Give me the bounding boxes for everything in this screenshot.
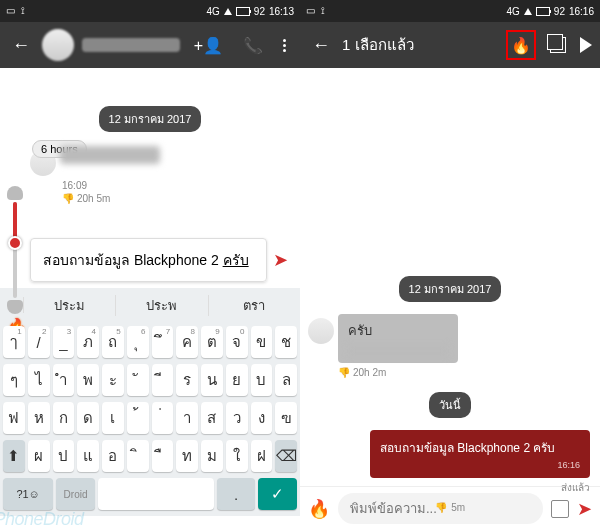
key-ุ[interactable]: ุ6 [127,326,149,358]
period-key[interactable]: . [217,478,256,510]
date-chip: 12 มกราคม 2017 [399,276,502,302]
key-ว[interactable]: ว [226,402,248,434]
contact-name-redacted [82,38,180,52]
key-ื[interactable]: ื [152,440,174,472]
key-ถ[interactable]: ถ5 [102,326,124,358]
battery-pct: 92 [554,6,565,17]
screenshot-icon: ▭ [306,5,315,17]
battery-pct: 92 [254,6,265,17]
symbols-key[interactable]: ?1☺ [3,478,53,510]
signal-icon [524,8,532,15]
key-_[interactable]: _3 [53,326,75,358]
copy-button[interactable] [544,37,572,53]
key-ำ[interactable]: ำ [53,364,75,396]
key-บ[interactable]: บ [251,364,273,396]
sender-avatar [308,318,334,344]
overflow-menu-icon[interactable] [277,35,292,56]
watermark: iPhoneDroid [0,509,84,530]
incoming-message-redacted[interactable] [60,146,160,164]
key-/[interactable]: /2 [28,326,50,358]
outgoing-message-selected[interactable]: สอบถามข้อมูล Blackphone 2 ครับ 16:16 [370,430,590,478]
call-icon[interactable]: 📞 [237,32,269,59]
status-icon: ⟟ [321,5,325,17]
key-ฃ[interactable]: ฃ [275,402,297,434]
clock: 16:13 [269,6,294,17]
flame-icon: 🔥 [511,36,531,55]
status-icon: ⟟ [21,5,25,17]
net-label: 4G [207,6,220,17]
status-bar: ▭ ⟟ 4G 92 16:13 [0,0,300,22]
key-ี[interactable]: ี [152,364,174,396]
add-contact-icon[interactable]: +👤 [188,32,229,59]
key-พ[interactable]: พ [77,364,99,396]
key-ฝ[interactable]: ฝ [251,440,273,472]
key-ก[interactable]: ก [53,402,75,434]
suggestion-2[interactable]: ประพ [116,295,208,316]
selection-header: ← 1 เลือกแล้ว 🔥 [300,22,600,68]
key-ิ[interactable]: ิ [127,440,149,472]
key-ไ[interactable]: ไ [28,364,50,396]
suggestion-3[interactable]: ตรา [209,295,300,316]
key-ใ[interactable]: ใ [226,440,248,472]
space-key[interactable] [98,478,214,510]
key-ช[interactable]: ช [275,326,297,358]
key-ร[interactable]: ร [176,364,198,396]
burn-countdown: 20h 2m [353,367,386,378]
key-ๆ[interactable]: ๆ [3,364,25,396]
today-chip: วันนี้ [429,392,471,418]
back-icon[interactable]: ← [308,31,334,60]
net-label: 4G [507,6,520,17]
back-icon[interactable]: ← [8,31,34,60]
key-ข[interactable]: ข [251,326,273,358]
thumb-icon: 👎 [435,502,447,513]
key-ด[interactable]: ด [77,402,99,434]
key-ๅ[interactable]: ๅ1 [3,326,25,358]
key-า[interactable]: า [176,402,198,434]
forward-button[interactable] [580,37,592,53]
key-ภ[interactable]: ภ4 [77,326,99,358]
key-ฟ[interactable]: ฟ [3,402,25,434]
key-ค[interactable]: ค8 [176,326,198,358]
clock: 16:16 [569,6,594,17]
key-ท[interactable]: ท [176,440,198,472]
compose-input[interactable]: สอบถามข้อมูล Blackphone 2 ครับ [30,238,267,282]
key-ส[interactable]: ส [201,402,223,434]
battery-icon [236,7,250,16]
backspace-key[interactable]: ⌫ [275,440,297,472]
thumb-icon: 👎 [338,367,350,378]
key-่[interactable]: ่ [152,402,174,434]
key-้[interactable]: ้ [127,402,149,434]
thumb-icon: 👎 [62,193,74,204]
key-น[interactable]: น [201,364,223,396]
key-ล[interactable]: ล [275,364,297,396]
burn-time-slider[interactable]: 🔥 [6,186,24,314]
key-ผ[interactable]: ผ [28,440,50,472]
contact-avatar[interactable] [42,29,74,61]
message-time: 16:09 [62,180,300,191]
key-ะ[interactable]: ะ [102,364,124,396]
burn-countdown: 5m [451,502,465,513]
chat-header: ← +👤 📞 [0,22,300,68]
burn-message-button[interactable]: 🔥 [506,30,536,60]
lang-key[interactable]: Droid [56,478,95,510]
key-ม[interactable]: ม [201,440,223,472]
selection-count: 1 เลือกแล้ว [342,33,498,57]
status-bar: ▭ ⟟ 4G 92 16:16 [300,0,600,22]
suggestion-1[interactable]: ประม [24,295,116,316]
key-เ[interactable]: เ [102,402,124,434]
enter-key[interactable]: ✓ [258,478,297,510]
incoming-message[interactable]: ครับ [338,314,458,363]
caps-key[interactable]: ⬆ [3,440,25,472]
key-แ[interactable]: แ [77,440,99,472]
key-ง[interactable]: ง [251,402,273,434]
key-ห[interactable]: ห [28,402,50,434]
key-อ[interactable]: อ [102,440,124,472]
key-ย[interactable]: ย [226,364,248,396]
key-จ[interactable]: จ0 [226,326,248,358]
send-icon[interactable]: ➤ [267,249,294,271]
key-ึ[interactable]: ึ7 [152,326,174,358]
key-ต[interactable]: ต9 [201,326,223,358]
suggestion-bar: › ประม ประพ ตรา [0,288,300,322]
key-ป[interactable]: ป [53,440,75,472]
key-ั[interactable]: ั [127,364,149,396]
